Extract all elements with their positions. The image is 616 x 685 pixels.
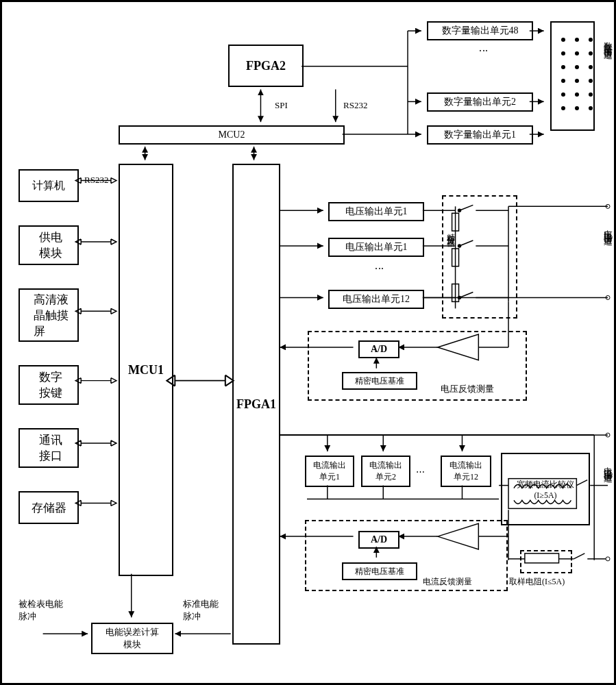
current-out-2: 电流输出 单元2 <box>361 456 410 487</box>
memory-block: 存储器 <box>19 491 79 524</box>
mcu2-block: MCU2 <box>119 125 345 145</box>
current-out-dots: ⋯ <box>416 466 425 477</box>
diagram-container: FPGA2 数字量输出单元48 数字量输出单元2 数字量输出单元1 ⋮ 数字量输… <box>0 0 616 685</box>
lcd-touch-block: 高清液 晶触摸 屏 <box>19 288 79 342</box>
svg-point-33 <box>606 204 610 208</box>
computer-block: 计算机 <box>19 169 79 202</box>
current-out-channel-label: 电流输出通道 <box>602 460 614 468</box>
volt-out-dots: ⋮ <box>373 264 384 273</box>
sample-resistor-label: 取样电阻(I≤5A) <box>509 576 565 588</box>
spi-label: SPI <box>275 100 288 111</box>
broadband-comparator-label: 宽频电流比较仪 (I≥5A) <box>505 479 586 501</box>
volt-out-1b: 电压输出单元1 <box>328 238 424 257</box>
digital-out-2: 数字量输出单元2 <box>427 92 533 112</box>
digital-out-channel <box>550 21 595 131</box>
precision-vref1: 精密电压基准 <box>342 372 417 390</box>
sample-resistor-box <box>520 550 572 573</box>
power-module-block: 供电 模块 <box>19 225 79 265</box>
svg-point-53 <box>606 433 610 437</box>
fpga2-block: FPGA2 <box>228 45 304 87</box>
svg-point-35 <box>606 295 610 299</box>
volt-out-1a: 电压输出单元1 <box>328 202 424 221</box>
current-out-1: 电流输出 单元1 <box>305 456 354 487</box>
digital-out-dots: ⋮ <box>478 46 489 55</box>
comm-interface-block: 通讯 接口 <box>19 428 79 468</box>
mcu1-block: MCU1 <box>119 164 173 576</box>
volt-out-channel-label: 电压输出通道 <box>602 223 614 231</box>
digital-out-1: 数字量输出单元1 <box>427 125 533 145</box>
ad1-block: A/D <box>358 340 399 358</box>
current-feedback-box <box>305 520 508 591</box>
svg-line-64 <box>574 553 584 559</box>
tested-pulse-label: 被检表电能 脉冲 <box>19 598 63 623</box>
energy-error-block: 电能误差计算 模块 <box>91 623 173 654</box>
precision-vref2: 精密电压基准 <box>342 562 417 580</box>
precision-divider-box <box>442 195 517 319</box>
volt-out-12: 电压输出单元12 <box>328 290 424 309</box>
current-out-12: 电流输出 单元12 <box>441 456 491 487</box>
precision-divider-label: 精密分压器 <box>445 227 456 234</box>
rs232-b-label: RS232 <box>84 175 108 186</box>
volt-feedback-box <box>308 331 527 401</box>
volt-feedback-label: 电压反馈测量 <box>441 383 494 395</box>
standard-pulse-label: 标准电能 脉冲 <box>183 598 219 623</box>
digital-out-channel-label: 数字量输出通道 <box>602 35 614 45</box>
svg-point-66 <box>606 557 610 561</box>
rs232-a-label: RS232 <box>343 100 367 111</box>
fpga1-block: FPGA1 <box>232 164 280 645</box>
current-feedback-label: 电流反馈测量 <box>423 576 472 588</box>
digital-out-48: 数字量输出单元48 <box>427 21 533 40</box>
broadband-comparator: 宽频电流比较仪 (I≥5A) <box>501 453 590 525</box>
ad2-block: A/D <box>358 531 399 549</box>
keypad-block: 数字 按键 <box>19 365 79 405</box>
